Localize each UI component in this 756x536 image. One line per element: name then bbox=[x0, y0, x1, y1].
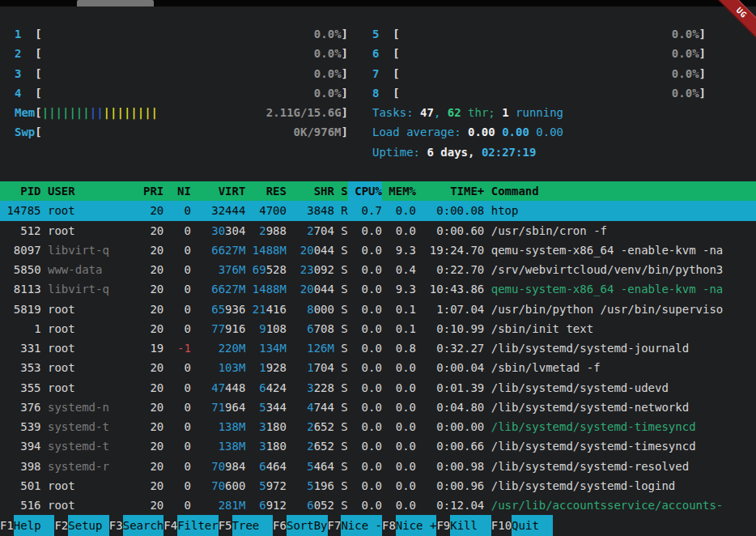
process-row[interactable]: 331 root 19 -1 220M 134M 126M S 0.0 0.8 … bbox=[0, 338, 756, 358]
cell-ni: 0 bbox=[171, 201, 191, 220]
memory-meter-value: 2.11G/15.6G bbox=[266, 103, 342, 122]
cell-shr: 2652 bbox=[300, 436, 334, 456]
cell-user: root bbox=[48, 300, 143, 319]
meter-close-bracket: ] bbox=[699, 44, 706, 63]
column-header-virt[interactable]: VIRT bbox=[211, 181, 245, 201]
cell-mem-percent: 0.0 bbox=[389, 378, 416, 398]
cpu-meter: 5 [ 0.0% ] bbox=[372, 24, 706, 44]
cell-mem-percent: 0.0 bbox=[389, 417, 416, 436]
virt-rest: 32444 bbox=[211, 204, 245, 217]
process-row[interactable]: 539 systemd-t 20 0 138M 3180 2652 S 0.0 … bbox=[0, 417, 756, 436]
process-row[interactable]: 1 root 20 0 77916 9108 6708 S 0.0 0.1 0:… bbox=[0, 319, 756, 338]
cell-ni: 0 bbox=[171, 457, 191, 476]
process-row[interactable]: 8097 libvirt-q 20 0 6627M 1488M 20044 S … bbox=[0, 240, 756, 260]
cell-virt: 138M bbox=[211, 417, 245, 436]
column-header-pid[interactable]: PID bbox=[0, 181, 41, 201]
fkey-item[interactable]: F9 Kill bbox=[436, 515, 491, 536]
cell-ni: 0 bbox=[171, 279, 191, 299]
fkey-item[interactable]: F7 Nice - bbox=[328, 515, 382, 536]
cell-command: /lib/systemd/systemd-resolved bbox=[491, 457, 756, 476]
process-row[interactable]: 512 root 20 0 30304 2988 2704 S 0.0 0.0 … bbox=[0, 221, 756, 240]
fkey-item[interactable]: F6 SortBy bbox=[273, 515, 327, 536]
shr-rest: 000 bbox=[314, 303, 334, 316]
cell-pri: 20 bbox=[143, 279, 164, 299]
fkey-item[interactable]: F10 Quit bbox=[491, 515, 553, 536]
column-header-mem[interactable]: MEM% bbox=[389, 181, 416, 201]
cpu-meter-label: 5 bbox=[372, 24, 393, 44]
fkey-item[interactable]: F3 Search bbox=[109, 515, 164, 536]
process-row[interactable]: 8113 libvirt-q 20 0 6627M 1488M 20044 S … bbox=[0, 279, 756, 299]
column-header-state[interactable]: S bbox=[341, 181, 347, 201]
scrollbar-handle[interactable] bbox=[77, 0, 154, 6]
fkey-item[interactable]: F2 Setup bbox=[54, 515, 108, 536]
fkey-item[interactable]: F5 Tree bbox=[219, 515, 273, 536]
column-header-command[interactable]: Command bbox=[491, 181, 756, 201]
virt-magnitude: 30 bbox=[211, 224, 225, 237]
process-table-body: 14785 root 20 0 32444 4700 3848 R 0.7 0.… bbox=[0, 201, 756, 515]
process-row[interactable]: 5850 www-data 20 0 376M 69528 23092 S 0.… bbox=[0, 260, 756, 279]
cell-state: S bbox=[341, 417, 347, 436]
column-header-shr[interactable]: SHR bbox=[300, 181, 334, 201]
cell-pid: 501 bbox=[0, 476, 41, 496]
cell-virt: 77916 bbox=[211, 319, 245, 338]
cell-pid: 355 bbox=[0, 378, 41, 398]
res-rest: 972 bbox=[266, 479, 287, 492]
cell-shr: 1704 bbox=[300, 358, 334, 377]
column-header-time[interactable]: TIME+ bbox=[423, 181, 484, 201]
cell-shr: 2704 bbox=[300, 221, 334, 240]
cpu-meter-label: 8 bbox=[372, 83, 393, 103]
cell-virt: 220M bbox=[211, 338, 245, 358]
process-row[interactable]: 376 systemd-n 20 0 71964 5344 4744 S 0.0… bbox=[0, 398, 756, 417]
cell-virt: 6627M bbox=[211, 240, 245, 260]
cell-pri: 20 bbox=[143, 319, 164, 338]
load-average-line: Load average: 0.00 0.00 0.00 bbox=[372, 122, 706, 142]
column-header-cpu-sort[interactable]: CPU% bbox=[348, 181, 382, 201]
fkey-item[interactable]: F1 Help bbox=[0, 515, 54, 536]
uptime-segment: Uptime: bbox=[372, 146, 427, 159]
cell-command: /lib/systemd/systemd-udevd bbox=[491, 378, 756, 398]
cell-ni: 0 bbox=[171, 496, 191, 515]
shr-magnitude: 1 bbox=[307, 361, 313, 374]
cell-ni: 0 bbox=[171, 398, 191, 417]
process-row[interactable]: 355 root 20 0 47448 6424 3228 S 0.0 0.0 … bbox=[0, 378, 756, 398]
process-row[interactable]: 501 root 20 0 70600 5972 5196 S 0.0 0.0 … bbox=[0, 476, 756, 496]
virt-magnitude: 6627M bbox=[211, 244, 245, 257]
fkey-number: F8 bbox=[382, 515, 396, 536]
process-row[interactable]: 394 systemd-t 20 0 138M 3180 2652 S 0.0 … bbox=[0, 436, 756, 456]
cell-cpu-percent: 0.0 bbox=[355, 319, 382, 338]
cell-command: /lib/systemd/systemd-timesyncd bbox=[491, 436, 756, 456]
cell-pri: 20 bbox=[143, 240, 164, 260]
process-row[interactable]: 14785 root 20 0 32444 4700 3848 R 0.7 0.… bbox=[0, 201, 756, 220]
tasks-segment: 1 bbox=[502, 106, 508, 119]
cell-cpu-percent: 0.0 bbox=[355, 338, 382, 358]
column-header-res[interactable]: RES bbox=[253, 181, 287, 201]
cell-pid: 512 bbox=[0, 221, 41, 240]
meter-open-bracket: [ bbox=[35, 103, 41, 122]
column-header-user[interactable]: USER bbox=[48, 181, 143, 201]
meter-open-bracket: [ bbox=[393, 83, 399, 103]
fkey-label: SortBy bbox=[287, 515, 328, 536]
process-row[interactable]: 516 root 20 0 281M 6912 6052 S 0.0 0.0 0… bbox=[0, 496, 756, 515]
tasks-line: Tasks: 47, 62 thr; 1 running bbox=[372, 103, 706, 122]
cell-pri: 20 bbox=[143, 378, 164, 398]
cell-pid: 394 bbox=[0, 436, 41, 456]
res-magnitude: 6 bbox=[259, 381, 265, 394]
cell-ni: 0 bbox=[171, 358, 191, 377]
fkey-item[interactable]: F4 Filter bbox=[164, 515, 218, 536]
process-row[interactable]: 5819 root 20 0 65936 21416 8000 S 0.0 0.… bbox=[0, 300, 756, 319]
column-header-ni[interactable]: NI bbox=[171, 181, 191, 201]
fkey-item[interactable]: F8 Nice + bbox=[382, 515, 436, 536]
cell-virt: 103M bbox=[211, 358, 245, 377]
shr-magnitude: 4 bbox=[307, 401, 313, 414]
shr-rest: 704 bbox=[314, 224, 334, 237]
meter-bar-segment: |||||||| bbox=[104, 106, 158, 119]
column-header-pri[interactable]: PRI bbox=[143, 181, 164, 201]
cell-state: S bbox=[341, 240, 347, 260]
cell-cpu-percent: 0.0 bbox=[355, 378, 382, 398]
cell-res: 9108 bbox=[253, 319, 287, 338]
cell-state: S bbox=[341, 378, 347, 398]
process-row[interactable]: 353 root 20 0 103M 1928 1704 S 0.0 0.0 0… bbox=[0, 358, 756, 377]
fkey-label: Kill bbox=[450, 515, 491, 536]
process-row[interactable]: 398 systemd-r 20 0 70984 6464 5464 S 0.0… bbox=[0, 457, 756, 476]
uptime-segment: 6 days, bbox=[427, 146, 481, 159]
